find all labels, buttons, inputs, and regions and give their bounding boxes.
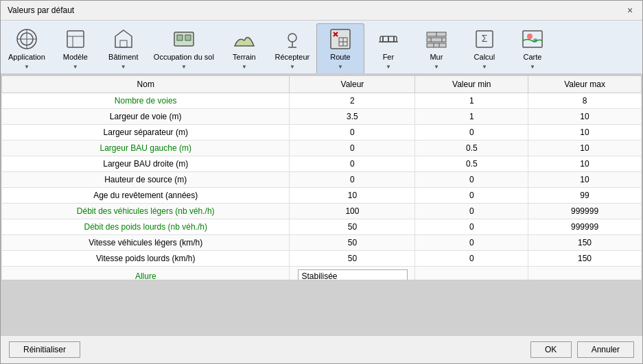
toolbar-label-occupation: Occupation du sol <box>154 53 214 62</box>
row-min-1: 1 <box>415 109 528 125</box>
table-row: Vitesse poids lourds (km/h)500150 <box>2 251 642 267</box>
row-value-2: 0 <box>290 125 415 141</box>
svg-rect-27 <box>427 38 446 42</box>
row-min-6: 0 <box>415 188 528 204</box>
row-min-4: 0.5 <box>415 156 528 172</box>
recepteur-icon <box>280 27 305 51</box>
toolbar-label-terrain: Terrain <box>233 53 256 62</box>
toolbar-arrow-calcul: ▼ <box>482 64 487 70</box>
svg-rect-28 <box>427 43 446 47</box>
footer-right: OK Annuler <box>530 341 634 358</box>
row-name-10: Vitesse poids lourds (km/h) <box>2 251 290 267</box>
data-table: NomValeurValeur minValeur max Nombre de … <box>1 75 642 280</box>
toolbar-item-mur[interactable]: Mur▼ <box>412 23 460 73</box>
row-max-9: 150 <box>528 235 642 251</box>
reset-button[interactable]: Réinitialiser <box>9 341 80 358</box>
table-row: Age du revêtement (années)10099 <box>2 188 642 204</box>
row-value-8: 50 <box>290 219 415 235</box>
svg-rect-11 <box>185 35 191 40</box>
toolbar-label-batiment: Bâtiment <box>108 53 138 62</box>
row-value-5: 0 <box>290 172 415 188</box>
col-header-3: Valeur max <box>528 76 642 93</box>
row-name-1: Largeur de voie (m) <box>2 109 290 125</box>
row-name-7: Débit des véhicules légers (nb véh./h) <box>2 204 290 219</box>
toolbar-item-terrain[interactable]: Terrain▼ <box>220 23 268 73</box>
cancel-button[interactable]: Annuler <box>577 341 634 358</box>
svg-text:Σ: Σ <box>482 33 488 44</box>
row-name-8: Débit des poids lourds (nb véh./h) <box>2 219 290 235</box>
row-name-5: Hauteur de source (m) <box>2 172 290 188</box>
col-header-0: Nom <box>2 76 290 93</box>
row-max-1: 10 <box>528 109 642 125</box>
row-name-6: Age du revêtement (années) <box>2 188 290 204</box>
toolbar-arrow-fer: ▼ <box>386 64 391 70</box>
terrain-icon <box>232 27 257 51</box>
col-header-2: Valeur min <box>415 76 528 93</box>
route-icon <box>328 27 353 51</box>
toolbar-arrow-batiment: ▼ <box>121 64 126 70</box>
toolbar-arrow-route: ▼ <box>338 64 343 70</box>
col-header-1: Valeur <box>290 76 415 93</box>
table-row: Largeur BAU droite (m)00.510 <box>2 156 642 172</box>
mur-icon <box>424 27 449 51</box>
table-container: NomValeurValeur minValeur max Nombre de … <box>1 75 642 280</box>
svg-marker-7 <box>115 30 132 47</box>
toolbar-item-carte[interactable]: Carte▼ <box>508 23 557 73</box>
application-icon <box>14 27 39 51</box>
toolbar-item-batiment[interactable]: Bâtiment▼ <box>100 23 148 73</box>
title-bar: Valeurs par défaut × <box>1 1 642 21</box>
content-area: NomValeurValeur minValeur max Nombre de … <box>1 75 642 335</box>
ok-button[interactable]: OK <box>530 341 572 358</box>
window-title: Valeurs par défaut <box>8 5 74 15</box>
row-min-11 <box>415 267 528 280</box>
row-name-4: Largeur BAU droite (m) <box>2 156 290 172</box>
row-name-11: Allure <box>2 267 290 280</box>
fer-icon <box>376 27 401 51</box>
occupation-icon <box>172 27 196 51</box>
row-max-0: 8 <box>528 93 642 109</box>
toolbar-arrow-modele: ▼ <box>73 64 78 70</box>
row-name-0: Nombre de voies <box>2 93 290 109</box>
table-row: Débit des véhicules légers (nb véh./h)10… <box>2 204 642 219</box>
main-window: Valeurs par défaut × Application▼Modèle▼… <box>0 0 643 364</box>
toolbar-label-carte: Carte <box>523 53 541 62</box>
toolbar-label-modele: Modèle <box>63 53 88 62</box>
table-row: AllureStabilisée <box>2 267 642 280</box>
toolbar-item-recepteur[interactable]: Récepteur▼ <box>268 23 316 73</box>
toolbar-item-route[interactable]: Route▼ <box>316 23 364 73</box>
batiment-icon <box>111 27 136 51</box>
toolbar-item-calcul[interactable]: ΣCalcul▼ <box>460 23 508 73</box>
row-min-9: 0 <box>415 235 528 251</box>
row-name-2: Largeur séparateur (m) <box>2 125 290 141</box>
svg-point-12 <box>288 34 296 42</box>
toolbar-label-application: Application <box>8 53 45 62</box>
toolbar-item-occupation[interactable]: Occupation du sol▼ <box>148 23 220 73</box>
toolbar-item-application[interactable]: Application▼ <box>2 23 51 73</box>
row-max-11 <box>528 267 642 280</box>
toolbar-item-modele[interactable]: Modèle▼ <box>51 23 100 73</box>
toolbar-arrow-recepteur: ▼ <box>290 64 295 70</box>
row-min-0: 1 <box>415 93 528 109</box>
row-value-4: 0 <box>290 156 415 172</box>
row-min-2: 0 <box>415 125 528 141</box>
table-row: Vitesse véhicules légers (km/h)500150 <box>2 235 642 251</box>
toolbar-arrow-application: ▼ <box>24 64 30 70</box>
row-value-7: 100 <box>290 204 415 219</box>
row-min-7: 0 <box>415 204 528 219</box>
svg-rect-8 <box>120 40 127 47</box>
toolbar-arrow-carte: ▼ <box>530 64 535 70</box>
toolbar-arrow-occupation: ▼ <box>181 64 187 70</box>
row-value-1: 3.5 <box>290 109 415 125</box>
row-max-10: 150 <box>528 251 642 267</box>
allure-select[interactable]: Stabilisée <box>298 269 408 280</box>
row-value-6: 10 <box>290 188 415 204</box>
row-min-5: 0 <box>415 172 528 188</box>
row-max-4: 10 <box>528 156 642 172</box>
toolbar-item-fer[interactable]: Fer▼ <box>364 23 412 73</box>
row-value-11[interactable]: Stabilisée <box>290 267 415 280</box>
table-row: Nombre de voies218 <box>2 93 642 109</box>
row-max-8: 999999 <box>528 219 642 235</box>
close-button[interactable]: × <box>624 5 635 16</box>
table-row: Hauteur de source (m)0010 <box>2 172 642 188</box>
modele-icon <box>63 27 88 51</box>
